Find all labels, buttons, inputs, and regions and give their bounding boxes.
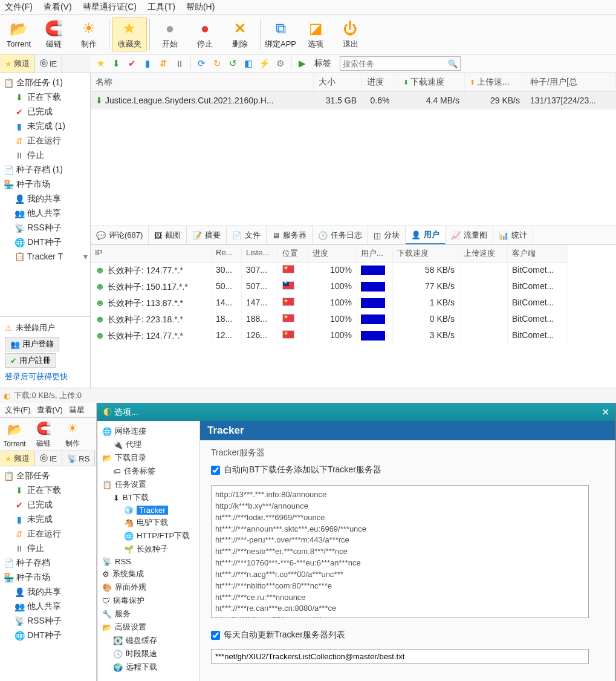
login-button[interactable]: 👥用户登錄	[5, 337, 59, 351]
filter-icon[interactable]: ↻	[210, 56, 224, 71]
toolbar-磁链[interactable]: 🧲磁链	[36, 18, 71, 51]
search-box[interactable]: 🔍	[340, 56, 461, 71]
tree-正在下载[interactable]: ⬇正在下载	[1, 483, 95, 498]
filter-icon[interactable]: ★	[93, 56, 108, 71]
opt-下载目录[interactable]: 📂下载目录	[100, 451, 197, 464]
tab-文件[interactable]: 📄文件	[227, 226, 267, 244]
login-tip[interactable]: 登录后可获得更快	[2, 370, 88, 384]
col-header[interactable]: 名称	[91, 73, 314, 92]
col-header[interactable]: 大小	[314, 73, 362, 92]
filter-icon[interactable]: ▶	[295, 56, 310, 71]
opt-任务设置[interactable]: 📋任务设置	[100, 478, 197, 491]
opt-代理[interactable]: 🔌代理	[100, 438, 197, 451]
tab-截图[interactable]: 🖼截图	[149, 226, 187, 244]
opt-电驴下载[interactable]: 🐴电驴下载	[100, 516, 197, 529]
tree-种子市场[interactable]: 🏪种子市场	[1, 570, 95, 585]
tree-已完成[interactable]: ✔已完成	[1, 498, 95, 512]
menu-pass[interactable]: 彗星	[69, 405, 85, 415]
tab-摘要[interactable]: 📝摘要	[187, 226, 227, 244]
tree-正在下载[interactable]: ⬇正在下载	[1, 90, 89, 105]
peer-row[interactable]: ☻ 长效种子: 124.77.*.*30...307...100%58 KB/s…	[91, 262, 616, 279]
filter-icon[interactable]: ↺	[225, 56, 240, 71]
close-icon[interactable]: ✕	[601, 406, 609, 418]
sidebar-tab-IE[interactable]: ⓔIE	[35, 54, 62, 73]
bg-torrent[interactable]: 📂Torrent	[0, 419, 29, 449]
tree-Tracker T[interactable]: 📋Tracker T▾	[1, 250, 89, 263]
tree-他人共享[interactable]: 👥他人共享	[1, 599, 95, 614]
opt-远程下载[interactable]: 🌍远程下载	[100, 660, 197, 674]
filter-icon[interactable]: ▮	[140, 56, 155, 71]
peer-row[interactable]: ☻ 长效种子: 113.87.*.*14...147...100%1 KB/sB…	[91, 295, 616, 311]
peer-col[interactable]: IP	[91, 245, 212, 262]
col-header[interactable]: 下载速度	[398, 73, 465, 92]
filter-icon[interactable]: ⇵	[156, 56, 170, 71]
search-icon[interactable]: 🔍	[448, 59, 458, 68]
tab-评论(687)[interactable]: 💬评论(687)	[91, 226, 149, 244]
toolbar-退出[interactable]: ⏻退出	[333, 18, 368, 51]
tree-DHT种子[interactable]: 🌐DHT种子	[1, 628, 95, 643]
peer-row[interactable]: ☻ 长效种子: 223.18.*.*18...188...100%0 KB/sB…	[91, 311, 616, 328]
menu-item[interactable]: 帮助(H)	[186, 2, 215, 13]
chk-add-trackers[interactable]: 自动向BT下载任务添加以下Tracker服务器	[211, 464, 605, 475]
tree-正在运行[interactable]: ⇵正在运行	[1, 134, 89, 148]
sidebar-tab-频道[interactable]: ★频道	[0, 54, 35, 73]
peer-row[interactable]: ☻ 长效种子: 124.77.*.*12...126...100%3 KB/sB…	[91, 328, 616, 344]
peer-col[interactable]: 客户端	[508, 245, 568, 262]
tree-停止[interactable]: ⏸停止	[1, 541, 95, 556]
opt-Tracker[interactable]: 🧊Tracker	[100, 504, 197, 516]
bg-tab-ie[interactable]: ⓔIE	[35, 451, 62, 466]
opt-界面外观[interactable]: 🎨界面外观	[100, 581, 197, 594]
tree-种子存档[interactable]: 📄种子存档	[1, 556, 95, 570]
peer-col[interactable]: Re...	[212, 245, 242, 262]
tab-统计[interactable]: 📊统计	[493, 226, 533, 244]
tree-我的共享[interactable]: 👤我的共享	[1, 585, 95, 599]
filter-icon[interactable]: ✔	[125, 56, 139, 71]
opt-网络连接[interactable]: 🌐网络连接	[100, 425, 197, 438]
chk-auto-update[interactable]: 每天自动更新Tracker服务器列表	[211, 630, 605, 640]
tree-RSS种子[interactable]: 📡RSS种子	[1, 221, 89, 235]
opt-长效种子[interactable]: 🌱长效种子	[100, 543, 197, 556]
peer-row[interactable]: ☻ 长效种子: 150.117.*.*50...507...100%77 KB/…	[91, 279, 616, 295]
filter-icon[interactable]: ⟳	[194, 56, 209, 71]
toolbar-Torrent[interactable]: 📂Torrent	[1, 18, 36, 51]
toolbar-停止[interactable]: ●停止	[187, 18, 222, 51]
menu-view[interactable]: 查看(V)	[37, 405, 63, 415]
peer-col[interactable]: 用户...	[357, 245, 393, 262]
chk-auto-update-input[interactable]	[211, 631, 220, 640]
filter-icon[interactable]: ⬇	[109, 56, 123, 71]
opt-高级设置[interactable]: 📂高级设置	[100, 621, 197, 634]
opt-时段限速[interactable]: 🕓时段限速	[100, 647, 197, 660]
peer-col[interactable]: 上传速度	[459, 245, 508, 262]
trackers-textarea[interactable]	[211, 485, 589, 618]
tab-分块[interactable]: ◫分块	[368, 226, 406, 244]
filter-icon[interactable]: ◧	[241, 56, 256, 71]
toolbar-制作[interactable]: ☀制作	[71, 18, 106, 51]
opt-BT下载[interactable]: ⬇BT下载	[100, 491, 197, 504]
tree-全部任务[interactable]: 📋全部任务	[1, 469, 95, 483]
opt-RSS[interactable]: 📡RSS	[100, 556, 197, 567]
bg-make[interactable]: ☀制作	[58, 419, 87, 449]
opt-服务[interactable]: 🔧服务	[100, 607, 197, 621]
opt-HTTP/FTP下载[interactable]: 🌐HTTP/FTP下载	[100, 529, 197, 543]
tree-种子存档 (1)[interactable]: 📄种子存档 (1)	[1, 163, 89, 177]
col-header[interactable]: 种子/用户[总	[525, 73, 616, 92]
tree-已完成[interactable]: ✔已完成	[1, 105, 89, 119]
bg-tab-channel[interactable]: ★频道	[0, 451, 35, 466]
col-header[interactable]: 进度	[362, 73, 398, 92]
tab-流量图[interactable]: 📈流量图	[446, 226, 493, 244]
filter-icon[interactable]: ⚙	[273, 56, 287, 71]
task-row[interactable]: ⬇ Justice.League.Snyders.Cut.2021.2160p.…	[91, 92, 616, 109]
filter-icon[interactable]: ⏸	[172, 56, 186, 71]
tree-未完成 (1)[interactable]: ▮未完成 (1)	[1, 119, 89, 134]
tree-RSS种子[interactable]: 📡RSS种子	[1, 614, 95, 628]
menu-item[interactable]: 彗星通行证(C)	[83, 2, 137, 13]
register-button[interactable]: ✔用户註冊	[5, 353, 56, 368]
peer-col[interactable]: Liste...	[242, 245, 278, 262]
toolbar-删除[interactable]: ✕删除	[222, 18, 258, 51]
search-input[interactable]	[343, 59, 448, 68]
bg-magnet[interactable]: 🧲磁链	[29, 419, 58, 449]
filter-icon[interactable]: ⚡	[257, 56, 271, 71]
toolbar-选项[interactable]: ◪选项	[298, 18, 333, 51]
tree-停止[interactable]: ⏸停止	[1, 148, 89, 163]
menu-item[interactable]: 查看(V)	[44, 2, 72, 13]
